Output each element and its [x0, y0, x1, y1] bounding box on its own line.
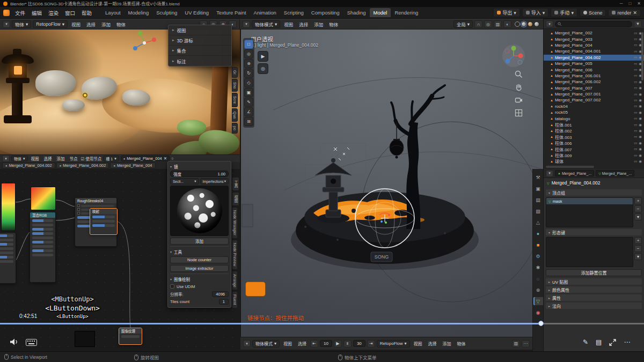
viewport-visibility-icon[interactable]: ▭ [634, 49, 637, 54]
outliner-object-row[interactable]: ▲ Merged_Plane_006.001 ▭ ◉ [544, 73, 644, 79]
breadcrumb-item[interactable]: ● Merged_Plane_004.002 [56, 162, 109, 168]
blender-menu-icon[interactable] [3, 10, 10, 16]
viewport-visibility-icon[interactable]: ▭ [634, 116, 637, 121]
ortho-grid-icon[interactable] [515, 109, 523, 117]
material-shading-icon[interactable] [528, 21, 533, 27]
view-layer-selector[interactable]: render✕ [608, 9, 641, 17]
header-menu[interactable]: 视图 [69, 21, 83, 27]
sidebar-tab[interactable]: 视图 [232, 192, 239, 206]
speaker-icon[interactable] [10, 338, 19, 347]
strength-slider[interactable]: 强度 1.00 [170, 171, 229, 177]
panel-section-row[interactable]: ▸ 标注 [169, 56, 231, 66]
play-button[interactable]: ▶ [334, 340, 342, 348]
pin-icon[interactable]: ○ [171, 156, 174, 161]
keyboard-icon[interactable] [26, 339, 37, 347]
render-visibility-icon[interactable]: ◉ [639, 98, 642, 102]
sidebar-tab[interactable]: po [232, 123, 238, 134]
render-visibility-icon[interactable]: ◉ [639, 110, 642, 115]
retopoflow-menu[interactable]: RetopoFlow▾ [377, 340, 410, 348]
tiles-count-field[interactable]: 1 [219, 299, 229, 305]
viewport-visibility-icon[interactable]: ▭ [634, 141, 637, 145]
library-dropdown[interactable]: Imperfections▾ [200, 178, 229, 184]
annotate-icon[interactable]: ✎ [583, 338, 588, 346]
collapsed-section[interactable]: ▸ UV 贴图 [546, 278, 642, 285]
export-button[interactable]: 导出▾ [493, 8, 520, 17]
editor-type-icon[interactable]: ▾ [243, 21, 250, 28]
outliner-hscrollbar[interactable] [546, 166, 594, 168]
properties-tab-icon[interactable]: ⚙ [533, 252, 543, 260]
viewport-tool-button[interactable]: ⊕ [244, 59, 253, 68]
video-progress-bar[interactable] [0, 323, 644, 324]
viewport-visibility-icon[interactable]: ▭ [634, 92, 637, 97]
header-menu[interactable]: 节点 [68, 156, 79, 161]
editor-type-icon[interactable]: ▾ [3, 21, 10, 28]
viewport-visibility-icon[interactable]: ▭ [634, 37, 637, 41]
outliner-object-row[interactable]: ▲ Merged_Plane_002 ▭ ◉ [544, 30, 644, 36]
render-visibility-icon[interactable]: ◉ [639, 153, 642, 158]
breadcrumb-object[interactable]: ▲Merged_Plane_... [555, 170, 594, 176]
pan-hand-icon[interactable] [515, 83, 523, 91]
workspace-tab[interactable]: Texture Paint [213, 8, 250, 17]
viewport-tool-button[interactable]: ▣ [244, 88, 253, 97]
panel-section-row[interactable]: ▸ 集合 [169, 46, 231, 56]
viewport-visibility-icon[interactable]: ▭ [634, 98, 637, 102]
rendered-shading-icon[interactable] [534, 21, 539, 27]
render-visibility-icon[interactable]: ◉ [639, 92, 642, 97]
workspace-tab[interactable]: Sculpting [152, 8, 181, 17]
maximize-button[interactable]: □ [628, 1, 631, 6]
shader-type-dropdown[interactable]: 物体▾ [11, 156, 28, 161]
outliner-object-row[interactable]: ▲ tatalogo ▭ ◉ [544, 115, 644, 121]
light-object-dot[interactable] [83, 93, 87, 98]
vertex-groups-section[interactable]: ▾ 顶点组 [546, 189, 642, 196]
sidebar-tab[interactable]: Qua [232, 108, 238, 122]
viewport-visibility-icon[interactable]: ▭ [634, 123, 637, 127]
outliner-object-row[interactable]: ▲ Merged_Plane_006 ▭ ◉ [544, 67, 644, 72]
play-overlay-button[interactable]: ▶ [258, 51, 268, 62]
solid-shading-icon[interactable] [521, 21, 526, 27]
orientation-dropdown[interactable]: 全局▾ [453, 20, 473, 28]
vertex-groups-list[interactable]: ▽ mask [546, 197, 633, 227]
shape-keys-list[interactable] [546, 237, 633, 267]
viewport-visibility-icon[interactable]: ▭ [634, 62, 637, 66]
unlink-icon[interactable]: ✕ [164, 156, 167, 161]
editor-type-icon[interactable]: ▾ [546, 20, 553, 27]
viewport-visibility-icon[interactable]: ▭ [634, 73, 637, 78]
add-shape-key-button[interactable]: + [634, 237, 642, 244]
magnet-snap-icon[interactable]: ∩ [474, 20, 482, 28]
minimize-button[interactable]: ─ [620, 1, 623, 6]
filter-icon[interactable]: ▼ [634, 20, 642, 28]
frame-start-field[interactable]: 10 [320, 340, 332, 347]
outliner-object-row[interactable]: ▲ Merged_Plane_007.001 ▭ ◉ [544, 91, 644, 97]
shape-keys-section[interactable]: ▾ 形态键 [546, 229, 642, 235]
workspace-tab[interactable]: Scripting [280, 8, 308, 17]
header-menu[interactable]: 物体 [114, 21, 128, 27]
remove-vertex-group-button[interactable]: − [634, 205, 642, 212]
viewport-visibility-icon[interactable]: ▭ [634, 68, 637, 72]
header-menu[interactable]: 添加 [55, 156, 67, 161]
tools-section-header[interactable]: ▾ 工具 [170, 248, 229, 255]
collapsed-node[interactable] [75, 331, 95, 347]
render-visibility-icon[interactable]: ◉ [639, 141, 642, 145]
mode-dropdown[interactable]: 物体模式▾ [252, 340, 280, 348]
image-paint-section-header[interactable]: ▾ 图像绘制 [170, 276, 229, 282]
breadcrumb-item[interactable]: ● Merged_Plane_004 [110, 162, 155, 168]
fullscreen-icon[interactable] [609, 339, 616, 346]
footer-menu[interactable]: 物体 [455, 341, 468, 346]
panel-section-row[interactable]: ▸ 视图 [169, 25, 231, 35]
header-menu[interactable]: 添加 [312, 21, 325, 27]
node-counter-button[interactable]: Node counter [170, 256, 229, 263]
outliner-scrollbar[interactable] [641, 32, 643, 80]
sidebar-tab[interactable]: Node Preview [232, 240, 238, 270]
outliner-object-row[interactable]: ▲ rock05 ▭ ◉ [544, 109, 644, 115]
outliner-object-row[interactable]: ▲ 柱体.003 ▭ ◉ [544, 134, 644, 140]
viewport-tool-button[interactable]: ✎ [244, 98, 253, 107]
sidebar-tab[interactable]: Fluent [232, 291, 238, 308]
viewport-visibility-icon[interactable]: ▭ [634, 110, 637, 115]
properties-tab-icon[interactable]: ⊗ [533, 286, 543, 294]
viewport-visibility-icon[interactable]: ▭ [634, 159, 637, 164]
footer-menu[interactable]: 添加 [441, 341, 453, 346]
outliner-object-row[interactable]: ▲ Merged_Plane_004.001 ▭ ◉ [544, 48, 644, 54]
viewport-tool-button[interactable]: ∠ [244, 107, 253, 116]
viewport-tool-button[interactable]: □ [244, 40, 253, 49]
outliner-search-input[interactable] [555, 21, 632, 27]
